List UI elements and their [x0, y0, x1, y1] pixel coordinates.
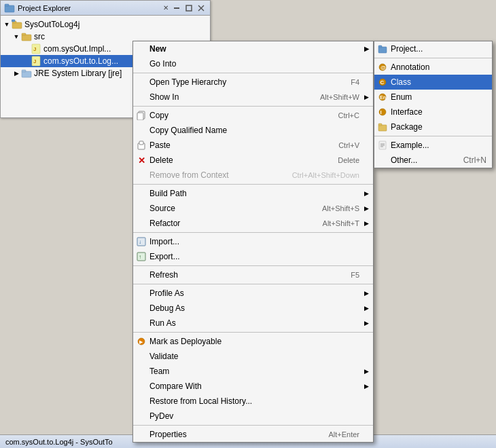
- menu-item-export[interactable]: ↑ Export...: [133, 249, 373, 264]
- tree-item-sysout[interactable]: ▼ SysOutToLog4j: [1, 18, 210, 31]
- menu-item-restore-local[interactable]: Restore from Local History...: [133, 394, 373, 409]
- submenu-label-annotation: Annotation: [391, 62, 429, 72]
- menu-label-profile-as: Profile As: [149, 288, 184, 298]
- menu-separator-1: [133, 73, 373, 73]
- menu-label-refactor: Refactor: [149, 219, 180, 228]
- menu-label-export: Export...: [149, 252, 180, 261]
- submenu-label-project: Project...: [391, 44, 423, 54]
- menu-item-remove-context[interactable]: Remove from Context Ctrl+Alt+Shift+Down: [133, 168, 373, 183]
- menu-label-compare-with: Compare With: [149, 381, 202, 391]
- svg-rect-15: [22, 71, 31, 77]
- menu-item-refactor[interactable]: Refactor Alt+Shift+T ▶: [133, 216, 373, 231]
- menu-item-run-as[interactable]: Run As ▶: [133, 316, 373, 331]
- java-file-icon-log: J: [31, 56, 41, 67]
- menu-item-profile-as[interactable]: Profile As ▶: [133, 286, 373, 301]
- menu-item-team[interactable]: Team ▶: [133, 364, 373, 379]
- arrow-src: ▼: [13, 33, 20, 40]
- menu-label-build-path: Build Path: [149, 189, 187, 198]
- svg-text:En: En: [380, 95, 386, 100]
- project-icon: [4, 3, 15, 14]
- submenu-arrow-build-path: ▶: [364, 190, 369, 197]
- menu-item-mark-deployable[interactable]: ▶ Mark as Deployable: [133, 334, 373, 349]
- submenu-label-enum: Enum: [391, 92, 412, 102]
- submenu-arrow-run-as: ▶: [364, 320, 369, 326]
- menu-item-validate[interactable]: Validate: [133, 349, 373, 364]
- menu-label-open-type: Open Type Hierarchy: [149, 77, 226, 87]
- shortcut-source: Alt+Shift+S: [302, 204, 359, 212]
- context-menu: New ▶ Go Into Open Type Hierarchy F4 Sho…: [132, 41, 374, 443]
- shortcut-other: Ctrl+N: [450, 155, 486, 165]
- submenu-item-interface[interactable]: I Interface: [374, 105, 492, 119]
- shortcut-show-in: Alt+Shift+W: [300, 93, 359, 101]
- submenu-arrow-show-in: ▶: [364, 94, 369, 100]
- menu-item-new[interactable]: New ▶: [133, 41, 373, 56]
- menu-item-properties[interactable]: Properties Alt+Enter: [133, 427, 373, 442]
- arrow-log: [22, 58, 29, 64]
- package-icon: [377, 122, 388, 132]
- menu-label-pydev: PyDev: [149, 411, 173, 421]
- svg-text:↑: ↑: [139, 254, 141, 260]
- menu-label-properties: Properties: [149, 430, 187, 439]
- menu-item-source[interactable]: Source Alt+Shift+S ▶: [133, 201, 373, 216]
- submenu-arrow-compare-with: ▶: [364, 383, 369, 390]
- status-text: com.sysOut.to.Log4j - SysOutTo: [5, 438, 113, 446]
- shortcut-copy: Ctrl+C: [318, 111, 359, 119]
- menu-label-validate: Validate: [149, 352, 178, 361]
- menu-item-import[interactable]: ↓ Import...: [133, 234, 373, 249]
- menu-label-team: Team: [149, 367, 169, 376]
- close-icon[interactable]: [196, 3, 207, 14]
- submenu-arrow-team: ▶: [364, 368, 369, 375]
- svg-text:@: @: [380, 64, 386, 71]
- submenu-item-other[interactable]: Other... Ctrl+N: [374, 153, 492, 168]
- shortcut-properties: Alt+Enter: [308, 430, 359, 438]
- class-icon: C: [377, 77, 388, 88]
- panel-title: Project Explorer: [18, 4, 160, 12]
- menu-item-refresh[interactable]: Refresh F5: [133, 267, 373, 282]
- svg-rect-8: [12, 20, 15, 22]
- svg-rect-16: [22, 70, 26, 72]
- submenu-item-class[interactable]: C Class: [374, 75, 492, 90]
- menu-item-compare-with[interactable]: Compare With ▶: [133, 379, 373, 394]
- submenu-label-class: Class: [391, 77, 411, 87]
- svg-text:I: I: [380, 109, 382, 115]
- menu-item-copy-qualified[interactable]: Copy Qualified Name: [133, 123, 373, 138]
- submenu-arrow-new: ▶: [364, 45, 369, 52]
- menu-item-delete[interactable]: ✕ Delete Delete: [133, 153, 373, 168]
- menu-separator-6: [133, 284, 373, 284]
- menu-item-open-type[interactable]: Open Type Hierarchy F4: [133, 75, 373, 90]
- menu-item-build-path[interactable]: Build Path ▶: [133, 186, 373, 201]
- menu-item-pydev[interactable]: PyDev: [133, 409, 373, 424]
- submenu-item-annotation[interactable]: @ Annotation: [374, 60, 492, 75]
- java-file-icon-impl: J: [31, 43, 41, 54]
- arrow-impl: [22, 45, 29, 52]
- submenu-item-example[interactable]: Example...: [374, 138, 492, 153]
- svg-text:↓: ↓: [139, 239, 141, 245]
- menu-separator-3: [133, 184, 373, 185]
- menu-label-go-into: Go Into: [149, 59, 176, 69]
- submenu-arrow-profile-as: ▶: [364, 290, 369, 297]
- tree-label-jre: JRE System Library [jre]: [34, 69, 122, 78]
- submenu-arrow-debug-as: ▶: [364, 305, 369, 312]
- project-folder-icon: [12, 19, 22, 30]
- menu-item-debug-as[interactable]: Debug As ▶: [133, 301, 373, 316]
- menu-item-paste[interactable]: Paste Ctrl+V: [133, 138, 373, 153]
- menu-label-copy-qualified: Copy Qualified Name: [149, 126, 227, 135]
- annotation-icon: @: [377, 62, 388, 73]
- submenu-item-package[interactable]: Package: [374, 119, 492, 134]
- minimize-icon[interactable]: [171, 3, 182, 14]
- maximize-icon[interactable]: [183, 3, 194, 14]
- svg-rect-27: [378, 47, 387, 53]
- svg-rect-38: [378, 124, 382, 126]
- submenu-item-project[interactable]: Project...: [374, 41, 492, 56]
- other-icon: [377, 155, 388, 166]
- svg-rect-37: [378, 125, 387, 131]
- arrow-jre: ▶: [13, 70, 20, 77]
- export-icon: ↑: [136, 251, 147, 262]
- panel-close-tab[interactable]: ✕: [163, 4, 169, 12]
- menu-label-show-in: Show In: [149, 92, 179, 102]
- menu-label-delete: Delete: [149, 155, 173, 165]
- menu-item-show-in[interactable]: Show In Alt+Shift+W ▶: [133, 90, 373, 105]
- menu-item-copy[interactable]: Copy Ctrl+C: [133, 108, 373, 123]
- menu-item-go-into[interactable]: Go Into: [133, 56, 373, 71]
- submenu-item-enum[interactable]: En Enum: [374, 90, 492, 105]
